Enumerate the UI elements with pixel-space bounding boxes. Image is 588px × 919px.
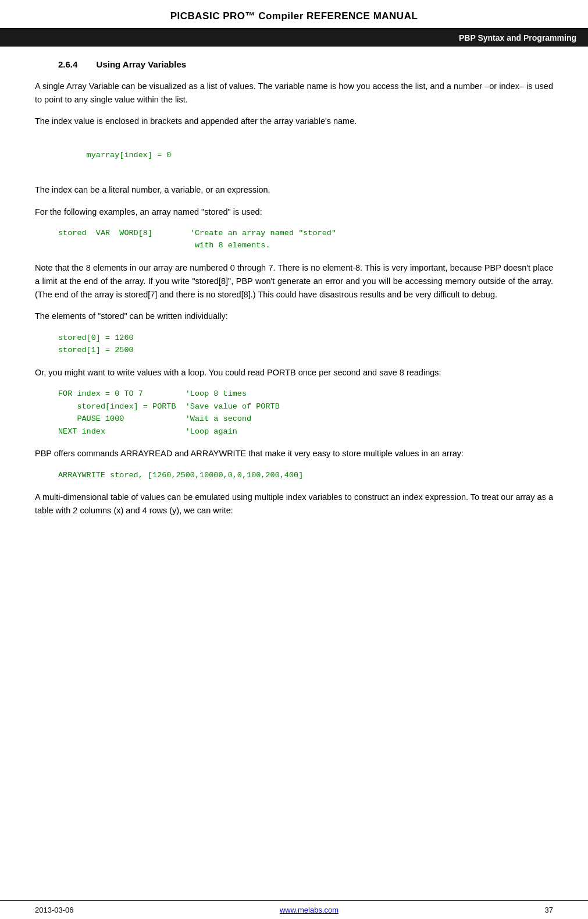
paragraph-5: Note that the 8 elements in our array ar… [35, 261, 553, 302]
code-block-4: FOR index = 0 TO 7 'Loop 8 times stored[… [58, 388, 553, 438]
section-bar-label: PBP Syntax and Programming [459, 33, 576, 42]
paragraph-9: A multi-dimensional table of values can … [35, 491, 553, 517]
code-block-5: ARRAYWRITE stored, [1260,2500,10000,0,0,… [58, 469, 553, 482]
paragraph-4: For the following examples, an array nam… [35, 205, 553, 219]
page: PICBASIC PRO™ Compiler REFERENCE MANUAL … [0, 0, 588, 919]
code-block-2: stored VAR WORD[8] 'Create an array name… [58, 227, 553, 252]
section-heading: 2.6.4 Using Array Variables [58, 59, 553, 69]
section-number: 2.6.4 [58, 59, 77, 69]
paragraph-2: The index value is enclosed in brackets … [35, 115, 553, 128]
code-4-text: FOR index = 0 TO 7 'Loop 8 times stored[… [58, 389, 280, 436]
code-5-text: ARRAYWRITE stored, [1260,2500,10000,0,0,… [58, 471, 303, 480]
paragraph-1: A single Array Variable can be visualize… [35, 80, 553, 107]
paragraph-8: PBP offers commands ARRAYREAD and ARRAYW… [35, 447, 553, 460]
page-header: PICBASIC PRO™ Compiler REFERENCE MANUAL [0, 0, 588, 29]
code-block-1: myarray[index] = 0 [58, 137, 553, 175]
page-title: PICBASIC PRO™ Compiler REFERENCE MANUAL [170, 10, 418, 22]
code-block-3: stored[0] = 1260 stored[1] = 2500 [58, 332, 553, 357]
page-footer: 2013-03-06 www.melabs.com 37 [0, 900, 588, 919]
code-1-text: myarray[index] = 0 [87, 151, 172, 159]
paragraph-3: The index can be a literal number, a var… [35, 183, 553, 197]
paragraph-6: The elements of "stored" can be written … [35, 310, 553, 323]
section-bar: PBP Syntax and Programming [0, 29, 588, 47]
code-3-text: stored[0] = 1260 stored[1] = 2500 [58, 333, 134, 355]
paragraph-7: Or, you might want to write values with … [35, 366, 553, 379]
main-content: 2.6.4 Using Array Variables A single Arr… [0, 47, 588, 900]
footer-url[interactable]: www.melabs.com [280, 906, 338, 914]
section-title: Using Array Variables [97, 59, 187, 69]
code-2-line1: stored VAR WORD[8] 'Create an array name… [58, 229, 336, 250]
footer-date: 2013-03-06 [35, 906, 74, 914]
footer-page: 37 [545, 906, 553, 914]
